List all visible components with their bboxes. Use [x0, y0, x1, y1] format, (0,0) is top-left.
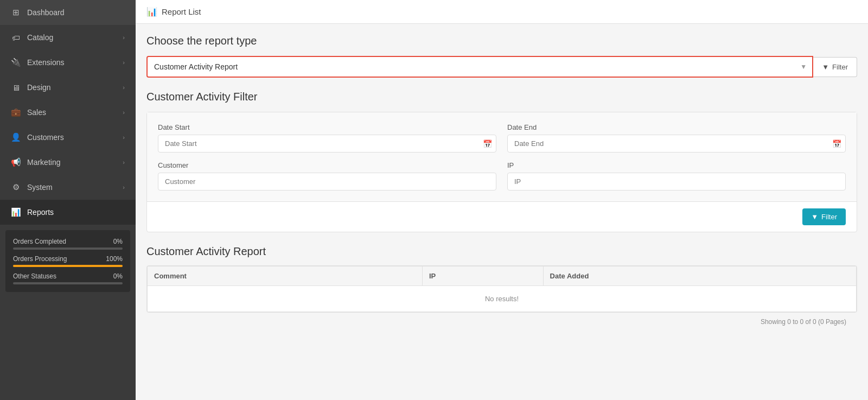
- choose-report-title: Choose the report type: [146, 35, 857, 47]
- reports-icon: 📊: [11, 207, 21, 217]
- pagination-info: Showing 0 to 0 of 0 (0 Pages): [146, 313, 857, 331]
- sidebar-nav: ⊞ Dashboard 🏷 Catalog › 🔌 Extensions › 🖥…: [0, 0, 136, 225]
- chevron-icon-sales: ›: [123, 109, 125, 116]
- table-header-row: CommentIPDate Added: [148, 266, 857, 286]
- extensions-icon: 🔌: [11, 58, 21, 67]
- sidebar-item-reports[interactable]: 📊 Reports: [0, 200, 136, 225]
- table-head: CommentIPDate Added: [148, 266, 857, 286]
- no-results-cell: No results!: [148, 286, 857, 312]
- date-start-calendar-button[interactable]: 📅: [483, 139, 492, 148]
- date-filter-row: Date Start 📅 Date End 📅: [158, 123, 846, 153]
- results-table: CommentIPDate Added No results!: [147, 266, 857, 312]
- sidebar-label-customers: Customers: [27, 133, 64, 142]
- marketing-icon: 📢: [11, 157, 21, 167]
- design-icon: 🖥: [11, 82, 21, 92]
- filter-section-title: Customer Activity Filter: [146, 91, 857, 103]
- sidebar-item-system[interactable]: ⚙ System ›: [0, 175, 136, 200]
- apply-filter-label: Filter: [821, 213, 837, 221]
- report-type-select[interactable]: Customer Activity ReportSales ReportProd…: [146, 56, 813, 78]
- sidebar-label-system: System: [27, 183, 53, 192]
- sidebar-label-design: Design: [27, 83, 51, 92]
- report-list-icon: 📊: [146, 7, 157, 17]
- sales-icon: 💼: [11, 107, 21, 117]
- filter-actions: ▼ Filter: [147, 201, 857, 232]
- chevron-icon-marketing: ›: [123, 159, 125, 166]
- sidebar-label-dashboard: Dashboard: [27, 8, 65, 17]
- col-comment: Comment: [148, 266, 423, 286]
- report-type-row: Customer Activity ReportSales ReportProd…: [146, 56, 857, 78]
- sidebar-item-dashboard[interactable]: ⊞ Dashboard: [0, 0, 136, 25]
- table-body: No results!: [148, 286, 857, 312]
- sidebar-item-design[interactable]: 🖥 Design ›: [0, 75, 136, 100]
- customers-icon: 👤: [11, 132, 21, 142]
- chevron-icon-extensions: ›: [123, 59, 125, 66]
- other-statuses-label: Other Statuses: [13, 272, 56, 280]
- customer-label: Customer: [158, 161, 496, 169]
- date-start-group: Date Start 📅: [158, 123, 496, 153]
- customer-input[interactable]: [158, 173, 496, 191]
- filter-inner: Date Start 📅 Date End 📅: [147, 112, 857, 201]
- page-header: 📊 Report List: [136, 0, 868, 24]
- orders-processing-bar: [13, 265, 123, 267]
- date-end-group: Date End 📅: [507, 123, 846, 153]
- orders-processing-label: Orders Processing: [13, 255, 67, 263]
- sidebar-item-extensions[interactable]: 🔌 Extensions ›: [0, 50, 136, 75]
- chevron-icon-design: ›: [123, 84, 125, 91]
- filter-section: Date Start 📅 Date End 📅: [146, 112, 857, 232]
- results-section-title: Customer Activity Report: [146, 245, 857, 258]
- date-end-label: Date End: [507, 123, 846, 131]
- sidebar-label-marketing: Marketing: [27, 158, 60, 167]
- sidebar: ⊞ Dashboard 🏷 Catalog › 🔌 Extensions › 🖥…: [0, 0, 136, 400]
- report-filter-label: Filter: [832, 63, 848, 71]
- sidebar-label-reports: Reports: [27, 208, 54, 217]
- orders-completed-label: Orders Completed: [13, 238, 66, 245]
- sidebar-item-customers[interactable]: 👤 Customers ›: [0, 125, 136, 150]
- chevron-icon-catalog: ›: [123, 34, 125, 41]
- apply-filter-icon: ▼: [811, 213, 818, 221]
- date-end-input[interactable]: [507, 135, 846, 153]
- content-area: Choose the report type Customer Activity…: [136, 24, 868, 342]
- orders-processing-stat: Orders Processing 100%: [13, 255, 123, 267]
- table-row: No results!: [148, 286, 857, 312]
- results-section: CommentIPDate Added No results!: [146, 265, 857, 313]
- page-header-title: Report List: [162, 7, 201, 16]
- stats-widget: Orders Completed 0% Orders Processing 10…: [5, 230, 130, 292]
- orders-completed-stat: Orders Completed 0%: [13, 238, 123, 250]
- other-statuses-value: 0%: [113, 272, 123, 280]
- filter-icon: ▼: [822, 63, 829, 71]
- sidebar-item-catalog[interactable]: 🏷 Catalog ›: [0, 25, 136, 50]
- ip-input[interactable]: [507, 173, 846, 191]
- sidebar-label-sales: Sales: [27, 108, 46, 117]
- col-ip: IP: [423, 266, 544, 286]
- orders-completed-value: 0%: [113, 238, 123, 245]
- sidebar-label-extensions: Extensions: [27, 58, 64, 67]
- col-date-added: Date Added: [543, 266, 856, 286]
- dashboard-icon: ⊞: [11, 8, 21, 17]
- catalog-icon: 🏷: [11, 33, 21, 42]
- system-icon: ⚙: [11, 182, 21, 192]
- ip-group: IP: [507, 161, 846, 191]
- report-select-wrapper: Customer Activity ReportSales ReportProd…: [146, 56, 813, 78]
- sidebar-item-marketing[interactable]: 📢 Marketing ›: [0, 150, 136, 175]
- report-filter-button[interactable]: ▼ Filter: [813, 57, 857, 77]
- customer-group: Customer: [158, 161, 496, 191]
- other-statuses-stat: Other Statuses 0%: [13, 272, 123, 284]
- apply-filter-button[interactable]: ▼ Filter: [802, 208, 846, 225]
- sidebar-item-sales[interactable]: 💼 Sales ›: [0, 100, 136, 125]
- customer-filter-row: Customer IP: [158, 161, 846, 191]
- main-content: 📊 Report List Choose the report type Cus…: [136, 0, 868, 400]
- sidebar-label-catalog: Catalog: [27, 33, 53, 42]
- date-start-input[interactable]: [158, 135, 496, 153]
- chevron-icon-system: ›: [123, 184, 125, 191]
- ip-label: IP: [507, 161, 846, 169]
- date-start-label: Date Start: [158, 123, 496, 131]
- orders-processing-value: 100%: [106, 255, 123, 263]
- date-end-calendar-button[interactable]: 📅: [832, 139, 841, 148]
- chevron-icon-customers: ›: [123, 134, 125, 141]
